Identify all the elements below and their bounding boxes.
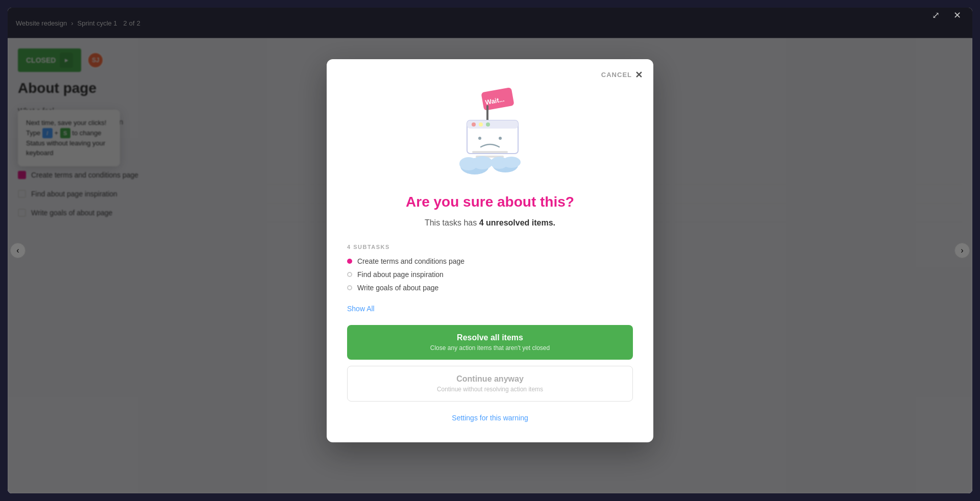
resolve-btn-title: Resolve all items bbox=[457, 333, 523, 342]
continue-btn-title: Continue anyway bbox=[456, 374, 524, 384]
warning-modal: CANCEL ✕ Wait... bbox=[327, 59, 653, 442]
modal-subtask-1: Create terms and conditions page bbox=[347, 257, 633, 265]
subtitle-before: This tasks has bbox=[425, 218, 477, 227]
svg-point-14 bbox=[472, 156, 493, 169]
show-all-link[interactable]: Show All bbox=[347, 305, 375, 313]
modal-illustration: Wait... bbox=[439, 80, 541, 182]
modal-subtask-label-3: Write goals of about page bbox=[357, 284, 438, 292]
modal-subtask-3: Write goals of about page bbox=[347, 284, 633, 292]
modal-subtasks-label: 4 SUBTASKS bbox=[347, 244, 633, 250]
continue-btn-subtitle: Continue without resolving action items bbox=[437, 386, 543, 393]
window-expand-button[interactable]: ⤢ bbox=[928, 8, 943, 23]
svg-rect-10 bbox=[472, 151, 508, 153]
subtask-dot-2 bbox=[347, 272, 352, 277]
svg-point-9 bbox=[499, 137, 502, 140]
modal-subtitle: This tasks has 4 unresolved items. bbox=[347, 218, 633, 228]
svg-point-6 bbox=[479, 122, 483, 127]
modal-subtask-2: Find about page inspiration bbox=[347, 270, 633, 279]
resolve-all-button[interactable]: Resolve all items Close any action items… bbox=[347, 325, 633, 360]
window-close-button[interactable]: ✕ bbox=[949, 8, 965, 23]
svg-point-8 bbox=[478, 137, 481, 140]
continue-anyway-button[interactable]: Continue anyway Continue without resolvi… bbox=[347, 366, 633, 402]
resolve-btn-subtitle: Close any action items that aren't yet c… bbox=[430, 344, 550, 352]
modal-subtasks-section: 4 SUBTASKS Create terms and conditions p… bbox=[347, 244, 633, 292]
subtask-dot-3 bbox=[347, 285, 352, 290]
modal-title: Are you sure about this? bbox=[347, 194, 633, 210]
svg-point-7 bbox=[486, 122, 490, 127]
svg-point-17 bbox=[502, 157, 521, 168]
cancel-label: CANCEL bbox=[601, 71, 632, 79]
app-window: Website redesign › Sprint cycle 1 2 of 2… bbox=[8, 8, 972, 493]
svg-point-5 bbox=[472, 122, 476, 127]
settings-warning-link[interactable]: Settings for this warning bbox=[347, 414, 633, 422]
modal-subtask-label-2: Find about page inspiration bbox=[357, 270, 444, 279]
modal-overlay: CANCEL ✕ Wait... bbox=[8, 8, 972, 493]
modal-subtask-label-1: Create terms and conditions page bbox=[357, 257, 464, 265]
window-controls: ⤢ ✕ bbox=[928, 8, 965, 23]
modal-cancel-button[interactable]: CANCEL ✕ bbox=[601, 69, 643, 81]
subtask-dot-1 bbox=[347, 259, 352, 264]
close-icon: ✕ bbox=[635, 69, 643, 81]
subtitle-highlight: 4 unresolved items. bbox=[479, 218, 555, 227]
